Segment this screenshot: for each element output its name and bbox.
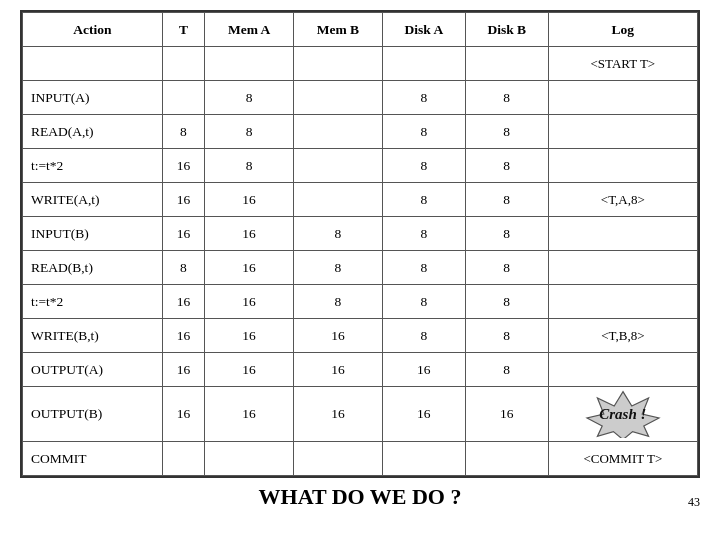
cell-log-10: Crash !	[548, 387, 697, 442]
cell-log-4: <T,A,8>	[548, 183, 697, 217]
cell-T-8: 16	[162, 319, 205, 353]
crash-label: Crash !	[599, 406, 646, 423]
cell-log-7	[548, 285, 697, 319]
cell-memB-4	[294, 183, 383, 217]
bottom-row: WHAT DO WE DO ? 43	[20, 484, 700, 510]
cell-diskB-1: 8	[465, 81, 548, 115]
cell-memA-2: 8	[205, 115, 294, 149]
cell-action-9: OUTPUT(A)	[23, 353, 163, 387]
cell-memB-3	[294, 149, 383, 183]
cell-log-8: <T,B,8>	[548, 319, 697, 353]
table-header-row: Action T Mem A Mem B Disk A Disk B Log	[23, 13, 698, 47]
cell-T-5: 16	[162, 217, 205, 251]
cell-diskA-8: 8	[382, 319, 465, 353]
cell-diskB-11	[465, 442, 548, 476]
cell-diskA-3: 8	[382, 149, 465, 183]
header-action: Action	[23, 13, 163, 47]
header-log: Log	[548, 13, 697, 47]
cell-memA-8: 16	[205, 319, 294, 353]
cell-diskA-0	[382, 47, 465, 81]
cell-diskB-2: 8	[465, 115, 548, 149]
cell-diskA-2: 8	[382, 115, 465, 149]
cell-memA-11	[205, 442, 294, 476]
cell-log-1	[548, 81, 697, 115]
table-row: <START T>	[23, 47, 698, 81]
header-diskb: Disk B	[465, 13, 548, 47]
cell-memB-2	[294, 115, 383, 149]
cell-memA-4: 16	[205, 183, 294, 217]
cell-memA-6: 16	[205, 251, 294, 285]
table-row: OUTPUT(A)161616168	[23, 353, 698, 387]
cell-diskA-4: 8	[382, 183, 465, 217]
table-row: READ(B,t)816888	[23, 251, 698, 285]
cell-action-2: READ(A,t)	[23, 115, 163, 149]
cell-log-11: <COMMIT T>	[548, 442, 697, 476]
cell-memB-7: 8	[294, 285, 383, 319]
cell-action-3: t:=t*2	[23, 149, 163, 183]
cell-T-10: 16	[162, 387, 205, 442]
cell-T-2: 8	[162, 115, 205, 149]
header-t: T	[162, 13, 205, 47]
cell-memA-7: 16	[205, 285, 294, 319]
cell-T-11	[162, 442, 205, 476]
cell-diskA-11	[382, 442, 465, 476]
table-row: INPUT(A)888	[23, 81, 698, 115]
cell-memA-3: 8	[205, 149, 294, 183]
cell-action-1: INPUT(A)	[23, 81, 163, 115]
table-row: READ(A,t)8888	[23, 115, 698, 149]
crash-starburst: Crash !	[583, 390, 663, 438]
cell-T-1	[162, 81, 205, 115]
cell-diskB-10: 16	[465, 387, 548, 442]
cell-memB-6: 8	[294, 251, 383, 285]
cell-log-9	[548, 353, 697, 387]
cell-memB-0	[294, 47, 383, 81]
table-row: t:=t*216888	[23, 149, 698, 183]
cell-diskA-1: 8	[382, 81, 465, 115]
cell-T-9: 16	[162, 353, 205, 387]
cell-log-6	[548, 251, 697, 285]
cell-action-8: WRITE(B,t)	[23, 319, 163, 353]
cell-T-3: 16	[162, 149, 205, 183]
cell-diskA-10: 16	[382, 387, 465, 442]
cell-T-7: 16	[162, 285, 205, 319]
cell-diskB-0	[465, 47, 548, 81]
table-row: t:=t*21616888	[23, 285, 698, 319]
cell-action-10: OUTPUT(B)	[23, 387, 163, 442]
cell-memB-9: 16	[294, 353, 383, 387]
cell-log-2	[548, 115, 697, 149]
cell-diskB-4: 8	[465, 183, 548, 217]
cell-memA-9: 16	[205, 353, 294, 387]
transaction-table: Action T Mem A Mem B Disk A Disk B Log <…	[22, 12, 698, 476]
cell-diskB-9: 8	[465, 353, 548, 387]
cell-diskB-5: 8	[465, 217, 548, 251]
table-row: WRITE(A,t)161688<T,A,8>	[23, 183, 698, 217]
cell-diskA-9: 16	[382, 353, 465, 387]
cell-log-3	[548, 149, 697, 183]
cell-T-0	[162, 47, 205, 81]
cell-action-11: COMMIT	[23, 442, 163, 476]
cell-memB-5: 8	[294, 217, 383, 251]
cell-memA-10: 16	[205, 387, 294, 442]
table-row: COMMIT<COMMIT T>	[23, 442, 698, 476]
cell-memB-10: 16	[294, 387, 383, 442]
table-row: INPUT(B)1616888	[23, 217, 698, 251]
bottom-question: WHAT DO WE DO ?	[20, 484, 700, 510]
header-memb: Mem B	[294, 13, 383, 47]
cell-memB-11	[294, 442, 383, 476]
cell-T-6: 8	[162, 251, 205, 285]
cell-action-5: INPUT(B)	[23, 217, 163, 251]
cell-memA-1: 8	[205, 81, 294, 115]
cell-diskB-3: 8	[465, 149, 548, 183]
table-row: WRITE(B,t)16161688<T,B,8>	[23, 319, 698, 353]
header-mema: Mem A	[205, 13, 294, 47]
table-row: OUTPUT(B)1616161616 Crash !	[23, 387, 698, 442]
cell-diskB-6: 8	[465, 251, 548, 285]
cell-diskA-7: 8	[382, 285, 465, 319]
cell-memA-5: 16	[205, 217, 294, 251]
cell-action-7: t:=t*2	[23, 285, 163, 319]
main-table-wrapper: Action T Mem A Mem B Disk A Disk B Log <…	[20, 10, 700, 478]
cell-diskB-8: 8	[465, 319, 548, 353]
cell-action-6: READ(B,t)	[23, 251, 163, 285]
page-number: 43	[688, 495, 700, 510]
cell-T-4: 16	[162, 183, 205, 217]
